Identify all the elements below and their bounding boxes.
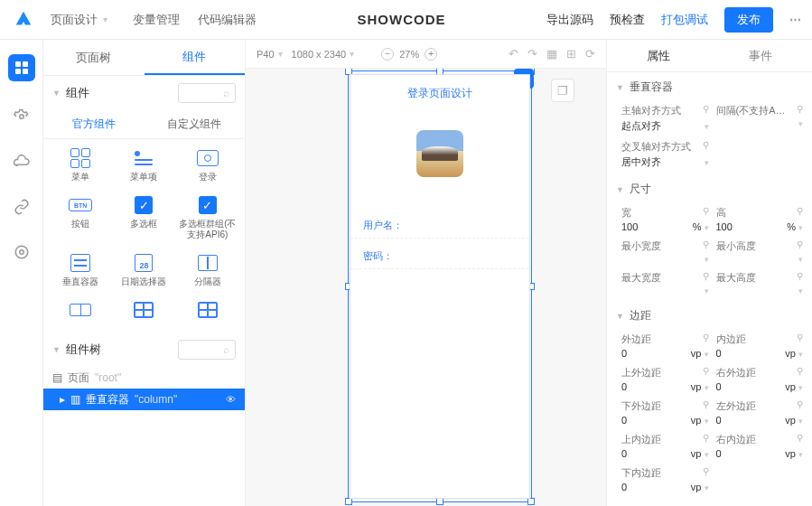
comp-menu-item[interactable]: 菜单项 [112,148,175,183]
canvas-toolbar: P40▾ 1080 x 2340▾ − 27% + ↶ ↷ ▦ ⊞ ⟳ [246,40,606,69]
padding-bottom-input[interactable]: 0vp ▾ [621,482,709,492]
expand-icon: ▸ [60,393,65,406]
snap-icon[interactable]: ⊞ [566,47,576,61]
publish-button[interactable]: 发布 [724,7,773,33]
visibility-icon[interactable]: 👁 [226,394,236,405]
preview-title: 登录页面设计 [350,75,529,108]
group-size[interactable]: ▼尺寸 [607,174,812,204]
search-icon: ⌕ [223,87,229,99]
resolution-select[interactable]: 1080 x 2340▾ [292,49,355,60]
link-icon[interactable]: ⚲ [797,206,803,220]
redo-icon[interactable]: ↷ [527,47,537,61]
zoom-in-button[interactable]: + [425,48,437,61]
username-field[interactable]: 用户名： [350,213,529,239]
precheck-link[interactable]: 预检查 [610,12,645,28]
resize-handle[interactable] [345,498,352,505]
margin-left-input[interactable]: 0vp ▾ [716,415,804,426]
rail-components-icon[interactable] [8,54,35,81]
group-margin[interactable]: ▼边距 [607,301,812,331]
undo-icon[interactable]: ↶ [509,47,518,61]
export-source-link[interactable]: 导出源码 [546,12,593,28]
rail-cloud-icon[interactable] [12,152,32,172]
top-right: 导出源码 预检查 打包调试 发布 ⋯ [546,7,801,33]
resize-handle[interactable] [527,498,535,505]
min-height-input[interactable]: ▾ [716,255,804,264]
group-vbox[interactable]: ▼垂直容器 [607,72,812,102]
tree-search-input[interactable]: ⌕ [178,340,236,360]
comp-button[interactable]: BTN按钮 [49,195,112,240]
zoom-out-button[interactable]: − [381,48,394,61]
avatar-image [416,130,463,177]
link-icon[interactable]: ⚲ [703,206,709,220]
chevron-down-icon: ▾ [350,49,354,59]
subtab-official[interactable]: 官方组件 [43,117,145,132]
padding-input[interactable]: 0vp ▾ [716,348,804,359]
comp-checkbox-group[interactable]: ✓多选框群组(不支持API6) [176,195,239,240]
padding-right-input[interactable]: 0vp ▾ [716,448,804,459]
margin-bottom-input[interactable]: 0vp ▾ [621,415,709,426]
tab-events[interactable]: 事件 [710,40,813,71]
link-icon[interactable]: ⚲ [797,104,803,117]
rail-link-icon[interactable] [12,197,32,217]
tab-attributes[interactable]: 属性 [607,40,710,71]
pack-debug-link[interactable]: 打包调试 [661,12,708,28]
collapse-icon: ▼ [52,89,61,98]
width-input[interactable]: 100% ▾ [621,221,709,232]
height-input[interactable]: 100% ▾ [716,221,804,232]
margin-right-input[interactable]: 0vp ▾ [716,381,804,392]
tree-section-label: 组件树 [66,342,173,358]
rail-gear-icon[interactable] [12,242,32,262]
gap-input[interactable]: ▾ [716,119,804,128]
layers-button[interactable]: ❐ [551,79,574,102]
comp-record[interactable]: 登录 [176,148,239,183]
max-height-input[interactable]: ▾ [716,286,804,295]
comp-divider[interactable]: 分隔器 [176,253,239,287]
tree-root-row[interactable]: ▤ 页面 "root" [43,367,245,389]
tree-section-header[interactable]: ▼ 组件树 ⌕ [43,333,245,367]
phone-preview[interactable]: 登录页面设计 用户名： 密码： [350,74,530,499]
comp-grid[interactable] [112,300,175,323]
tab-components[interactable]: 组件 [145,40,246,75]
margin-top-input[interactable]: 0vp ▾ [621,381,709,392]
comp-extra[interactable] [176,300,239,323]
resize-handle[interactable] [436,498,443,505]
more-icon[interactable]: ⋯ [789,13,801,26]
link-icon[interactable]: ⚲ [703,140,709,154]
svg-rect-3 [23,69,28,74]
brand-title: SHOWCODE [257,12,546,27]
main-axis-select[interactable]: 起点对齐▾ [621,119,709,133]
max-width-input[interactable]: ▾ [621,286,709,295]
comp-row[interactable] [49,300,112,323]
refresh-icon[interactable]: ⟳ [585,47,595,61]
ruler-icon[interactable]: ▦ [546,47,557,61]
link-icon[interactable]: ⚲ [703,104,709,117]
margin-input[interactable]: 0vp ▾ [621,348,709,359]
canvas[interactable]: ✥ ❐ 登录页面设计 用户名： 密码： [246,69,606,506]
rail-settings-icon[interactable] [12,107,32,126]
component-grid: 菜单 菜单项 登录 BTN按钮 ✓多选框 ✓多选框群组(不支持API6) 垂直容… [43,139,245,333]
min-width-input[interactable]: ▾ [621,255,709,264]
subtab-custom[interactable]: 自定义组件 [145,117,246,132]
components-section-header[interactable]: ▼ 组件 ⌕ [43,76,245,110]
tab-page-tree[interactable]: 页面树 [43,40,145,75]
page-dropdown-label: 页面设计 [51,12,98,28]
device-select[interactable]: P40▾ [257,49,283,60]
comp-checkbox[interactable]: ✓多选框 [112,195,175,240]
page-dropdown[interactable]: 页面设计 ▾ [43,12,115,28]
comp-datepicker[interactable]: 28日期选择器 [112,253,175,287]
left-rail [0,40,43,506]
comp-menu[interactable]: 菜单 [49,148,112,183]
tab-variables[interactable]: 变量管理 [133,12,180,28]
component-search-input[interactable]: ⌕ [178,83,236,103]
tab-code-editor[interactable]: 代码编辑器 [198,12,257,28]
tree-child-row[interactable]: ▸ ▥ 垂直容器 "column" 👁 [43,389,245,410]
padding-top-input[interactable]: 0vp ▾ [621,448,709,459]
password-field[interactable]: 密码： [350,244,529,269]
svg-rect-0 [15,61,21,67]
comp-vbox[interactable]: 垂直容器 [49,253,112,287]
collapse-icon: ▼ [52,345,61,354]
chevron-down-icon: ▾ [103,14,107,24]
page-icon: ▤ [52,371,62,384]
cross-axis-select[interactable]: 居中对齐▾ [621,155,709,169]
properties-body: ▼垂直容器 主轴对齐方式⚲ 起点对齐▾ 间隔(不支持A…⚲ ▾ 交叉轴对齐方式⚲… [607,72,812,506]
